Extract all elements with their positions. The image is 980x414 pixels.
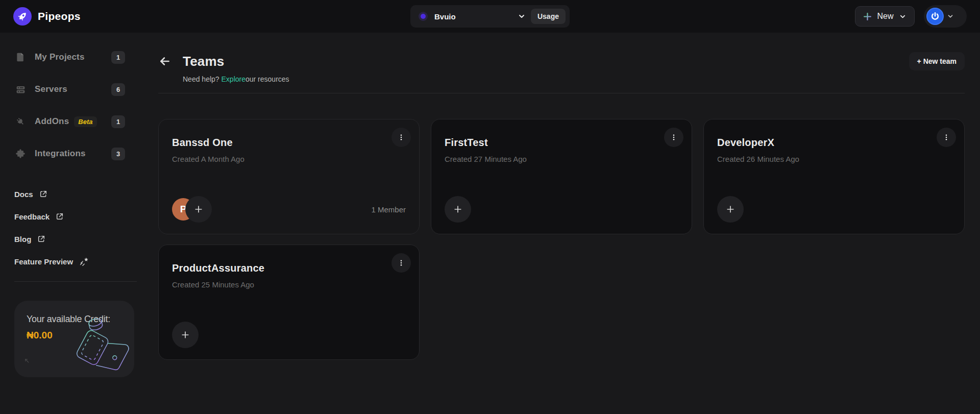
team-name: Banssd One bbox=[172, 137, 406, 149]
help-prefix: Need help? bbox=[183, 75, 222, 83]
kebab-icon bbox=[397, 133, 405, 141]
sidebar-item-label: Integrations bbox=[35, 149, 86, 159]
team-name: DeveloperX bbox=[717, 137, 951, 149]
new-team-button[interactable]: + New team bbox=[909, 52, 965, 70]
org-status-dot-icon bbox=[419, 12, 428, 21]
wallet-illustration-icon bbox=[73, 315, 133, 377]
count-badge: 6 bbox=[111, 83, 125, 96]
sidebar-item-integrations[interactable]: Integrations 3 bbox=[14, 143, 138, 164]
plus-icon bbox=[180, 330, 190, 340]
sidebar-link-label: Feature Preview bbox=[14, 257, 73, 266]
team-created: Created 27 Minutes Ago bbox=[445, 155, 678, 163]
beta-badge: Beta bbox=[74, 116, 96, 127]
sidebar-item-addons[interactable]: AddOns Beta 1 bbox=[14, 111, 138, 132]
team-menu-button[interactable] bbox=[937, 128, 956, 147]
team-created: Created 25 Minutes Ago bbox=[172, 280, 406, 289]
chevron-down-icon bbox=[899, 13, 906, 20]
team-card[interactable]: Banssd One Created A Month Ago P 1 Membe… bbox=[158, 119, 420, 234]
external-link-icon bbox=[37, 235, 45, 243]
brand: Pipeops bbox=[13, 7, 81, 26]
sidebar-item-servers[interactable]: Servers 6 bbox=[14, 79, 138, 100]
team-created: Created A Month Ago bbox=[172, 155, 406, 163]
team-menu-button[interactable] bbox=[391, 253, 411, 273]
team-name: FirstTest bbox=[445, 137, 678, 149]
back-button[interactable] bbox=[158, 55, 174, 68]
sidebar-item-label: AddOns bbox=[35, 116, 69, 127]
plus-icon bbox=[725, 204, 736, 214]
sidebar-link-docs[interactable]: Docs bbox=[14, 186, 138, 202]
brand-name: Pipeops bbox=[38, 10, 81, 22]
new-button[interactable]: New bbox=[855, 6, 915, 27]
sidebar-item-label: My Projects bbox=[35, 52, 85, 62]
teams-grid: Banssd One Created A Month Ago P 1 Membe… bbox=[158, 119, 965, 360]
add-member-button[interactable] bbox=[172, 322, 199, 348]
credit-card: Your available Credit: ₦0.00 bbox=[14, 301, 134, 377]
sidebar-item-my-projects[interactable]: My Projects 1 bbox=[14, 47, 138, 67]
plug-icon bbox=[14, 116, 27, 127]
external-link-icon bbox=[56, 212, 64, 221]
add-member-button[interactable] bbox=[185, 196, 212, 223]
count-badge: 3 bbox=[111, 148, 125, 160]
org-name: Bvuio bbox=[434, 12, 456, 21]
sidebar-divider bbox=[14, 281, 137, 282]
header-divider bbox=[158, 93, 965, 93]
file-icon bbox=[14, 52, 27, 62]
page-title: Teams bbox=[183, 54, 224, 69]
sidebar: My Projects 1 Servers 6 bbox=[0, 33, 138, 414]
team-menu-button[interactable] bbox=[664, 128, 683, 147]
kebab-icon bbox=[397, 259, 405, 267]
sidebar-link-feature-preview[interactable]: Feature Preview bbox=[14, 254, 138, 269]
arrow-icon bbox=[23, 357, 30, 366]
sidebar-link-label: Blog bbox=[14, 235, 31, 243]
external-link-icon bbox=[39, 190, 47, 198]
count-badge: 1 bbox=[111, 115, 125, 128]
add-member-button[interactable] bbox=[445, 196, 471, 223]
plus-icon bbox=[453, 204, 463, 214]
org-switcher[interactable]: Bvuio Usage bbox=[410, 5, 570, 28]
help-suffix: our resources bbox=[246, 75, 289, 83]
navbar: Pipeops Bvuio Usage New bbox=[0, 0, 980, 33]
add-member-button[interactable] bbox=[717, 196, 744, 223]
team-card[interactable]: FirstTest Created 27 Minutes Ago bbox=[431, 119, 692, 234]
chevron-down-icon bbox=[947, 13, 954, 20]
power-icon bbox=[926, 8, 944, 25]
sidebar-link-label: Feedback bbox=[14, 212, 50, 221]
help-text: Need help? Exploreour resources bbox=[158, 75, 965, 83]
sidebar-link-feedback[interactable]: Feedback bbox=[14, 209, 138, 224]
account-menu[interactable] bbox=[924, 5, 967, 28]
team-card[interactable]: DeveloperX Created 26 Minutes Ago bbox=[703, 119, 965, 234]
explore-link[interactable]: Explore bbox=[222, 75, 246, 83]
main-content: Teams + New team Need help? Exploreour r… bbox=[138, 33, 980, 414]
chevron-down-icon bbox=[518, 12, 526, 20]
team-created: Created 26 Minutes Ago bbox=[717, 155, 951, 163]
team-card[interactable]: ProductAssurance Created 25 Minutes Ago bbox=[158, 245, 420, 360]
sidebar-link-blog[interactable]: Blog bbox=[14, 231, 138, 247]
usage-button[interactable]: Usage bbox=[531, 9, 566, 24]
server-icon bbox=[14, 84, 27, 95]
count-badge: 1 bbox=[111, 51, 125, 64]
team-name: ProductAssurance bbox=[172, 262, 406, 274]
plus-gradient-icon bbox=[863, 12, 872, 21]
kebab-icon bbox=[670, 133, 678, 141]
rocket-logo-icon bbox=[13, 7, 32, 26]
plus-icon bbox=[193, 204, 204, 214]
kebab-icon bbox=[942, 133, 950, 141]
member-count: 1 Member bbox=[371, 205, 406, 214]
team-menu-button[interactable] bbox=[391, 128, 411, 147]
sidebar-link-label: Docs bbox=[14, 190, 33, 199]
new-button-label: New bbox=[877, 12, 893, 21]
sidebar-item-label: Servers bbox=[35, 84, 67, 94]
puzzle-icon bbox=[14, 149, 27, 159]
shooting-star-icon bbox=[79, 256, 90, 267]
